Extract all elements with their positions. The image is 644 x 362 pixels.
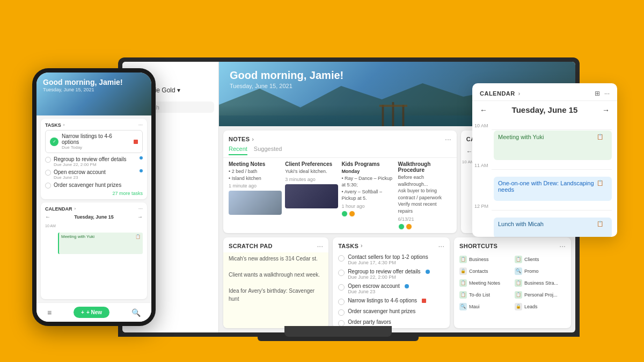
scratch-pad-title: SCRATCH PAD [229,243,273,249]
hero-date: Tuesday, June 15, 2021 [230,83,343,89]
phone-menu-icon[interactable]: ≡ [47,308,52,317]
phone-task-flag-icon [134,140,138,144]
shortcut-meeting-notes-icon: 📋 [459,279,467,287]
shortcut-promo[interactable]: 🔍 Promo [514,266,567,276]
scratch-pad-more-icon[interactable]: ··· [317,242,323,250]
phone-hero-text: Good morning, Jamie! Tuesday, June 15, 2… [43,78,123,92]
phone-calendar-more-icon[interactable]: ··· [138,206,143,212]
notes-tab-recent[interactable]: Recent [229,146,247,155]
phone-task-item-3: Order scavenger hunt prizes [45,181,143,190]
laptop-base [258,337,419,341]
popup-event-micah[interactable]: Lunch with Micah 📋 [494,218,612,237]
shortcut-clients[interactable]: 📋 Clients [514,255,567,264]
phone-time-label-10: 10 AM [45,224,56,228]
phone-calendar-prev-icon[interactable]: ← [45,214,50,220]
phone-task-due-1: Due June 22, 2:00 PM [54,162,137,167]
notes-widget: NOTES › ··· Recent Suggested [223,131,457,233]
calendar-prev-icon[interactable]: ← [466,148,473,155]
task-flag-blue-icon-2 [426,270,430,274]
scratch-pad-header: SCRATCH PAD ··· [223,237,328,252]
phone-bottom-bar: ≡ + + New 🔍 [36,302,151,322]
shortcut-promo-label: Promo [524,269,539,274]
task-radio-1[interactable] [338,255,345,262]
task-item-4: Narrow listings to 4-6 options [333,296,450,307]
shortcut-contacts[interactable]: 🔒 Contacts [458,266,511,276]
shortcuts-widget: SHORTCUTS ··· 📋 Business [454,237,571,328]
phone-task-radio-3[interactable] [45,183,51,189]
scratch-pad-widget: SCRATCH PAD ··· Micah's new address is 3… [223,237,328,328]
notes-widget-more-icon[interactable]: ··· [445,135,451,143]
phone-task-due-2: Due June 23 [54,175,137,180]
shortcut-promo-icon: 🔍 [515,267,522,275]
collab-avatar-4 [406,223,412,230]
phone-new-label: + New [86,309,102,315]
popup-event-drew[interactable]: One-on-one with Drew: Landscaping needs … [494,177,612,201]
task-radio-5[interactable] [338,309,345,316]
phone-new-plus: + [81,309,84,315]
popup-calendar-more-icon[interactable]: ··· [604,90,610,97]
shortcut-maui-label: Maui [469,304,480,309]
phone-search-icon[interactable]: 🔍 [131,308,141,317]
task-text-4: Narrow listings to 4-6 options [348,298,417,303]
shortcut-business-label: Business [469,257,489,262]
phone-tasks-card: TASKS › ··· ✓ Narrow listings to 4-6 opt… [41,119,147,199]
phone-event-note-icon: 📋 [135,234,141,239]
phone-more-tasks[interactable]: 27 more tasks [45,190,143,196]
scratch-pad-content[interactable]: Micah's new address is 314 Cedar st. Cli… [223,252,328,328]
notes-widget-title: NOTES [229,136,250,142]
shortcut-maui[interactable]: 🔍 Maui [458,302,511,312]
phone-body: Good morning, Jamie! Tuesday, June 15, 2… [32,68,156,326]
task-text-1: Contact sellers for top 1-2 options [348,254,428,260]
popup-calendar-next-icon[interactable]: → [602,106,610,114]
shortcut-business[interactable]: 📋 Business [458,255,511,264]
note-timestamp-2: 3 minutes ago [285,177,338,182]
phone-tasks-more-icon[interactable]: ··· [138,122,143,128]
phone-task-name-2: Open escrow account [54,169,137,175]
task-radio-6[interactable] [338,320,345,327]
shortcuts-widget-header: SHORTCUTS ··· [454,237,571,252]
task-radio-4[interactable] [338,299,345,305]
note-image-1 [229,191,282,215]
phone-task-item-2: Open escrow account Due June 23 [45,168,143,181]
popup-calendar-date: Tuesday, June 15 [512,105,578,114]
svg-rect-4 [402,105,404,126]
widgets-row-2: SCRATCH PAD ··· Micah's new address is 3… [223,237,571,328]
collab-avatar-2 [349,211,355,217]
phone-task-link-icon-2 [140,169,143,172]
shortcut-business-stra-icon: 📋 [515,279,522,287]
shortcut-business-stra-label: Business Stra... [524,280,558,286]
notes-tab-suggested[interactable]: Suggested [254,146,282,155]
shortcut-business-stra[interactable]: 📋 Business Stra... [514,278,567,288]
phone-completed-task: ✓ Narrow listings to 4-6 options Due Tod… [45,130,143,153]
hero-greeting: Good morning, Jamie! [230,69,343,82]
shortcut-contacts-label: Contacts [469,269,488,274]
phone-calendar-next-icon[interactable]: → [137,214,143,220]
phone-new-button[interactable]: + + New [74,307,109,318]
note-bullets-3: • Ray – Dance – Pickup at 5:30;• Avery –… [341,175,394,202]
shortcut-clients-label: Clients [524,257,539,262]
shortcuts-grid: 📋 Business 📋 Clients 🔒 [454,252,571,314]
phone-task-radio-2[interactable] [45,170,51,176]
phone-container: Good morning, Jamie! Tuesday, June 15, 2… [32,68,156,326]
task-radio-2[interactable] [338,270,345,276]
popup-calendar-prev-icon[interactable]: ← [480,106,487,114]
phone-task-radio[interactable] [45,157,51,163]
popup-event-yuki[interactable]: Meeting with Yuki 📋 [494,131,612,160]
phone-date: Tuesday, June 15, 2021 [43,87,123,92]
task-item-5: Order scavenger hunt prizes [333,307,450,317]
shortcut-leads[interactable]: 🔒 Leads [514,302,567,312]
popup-calendar-add-icon[interactable]: ⊞ [595,90,600,97]
note-title-2: Client Preferences [285,161,338,167]
shortcut-meeting-notes[interactable]: 📋 Meeting Notes [458,278,511,288]
phone-task-name-1: Regroup to review offer details [54,156,137,162]
shortcuts-widget-more-icon[interactable]: ··· [559,242,566,250]
shortcut-leads-icon: 🔒 [515,303,522,310]
popup-calendar-chevron-icon: › [518,91,520,97]
phone-greeting: Good morning, Jamie! [43,78,123,86]
popup-event-micah-note-icon: 📋 [597,221,603,227]
tasks-widget-more-icon[interactable]: ··· [438,242,444,250]
shortcut-personal-proj[interactable]: 📋 Personal Proj... [514,290,567,300]
shortcut-todo[interactable]: 📋 To-do List [458,290,511,300]
popup-calendar-label: CALENDAR [480,90,515,97]
task-radio-3[interactable] [338,284,345,291]
